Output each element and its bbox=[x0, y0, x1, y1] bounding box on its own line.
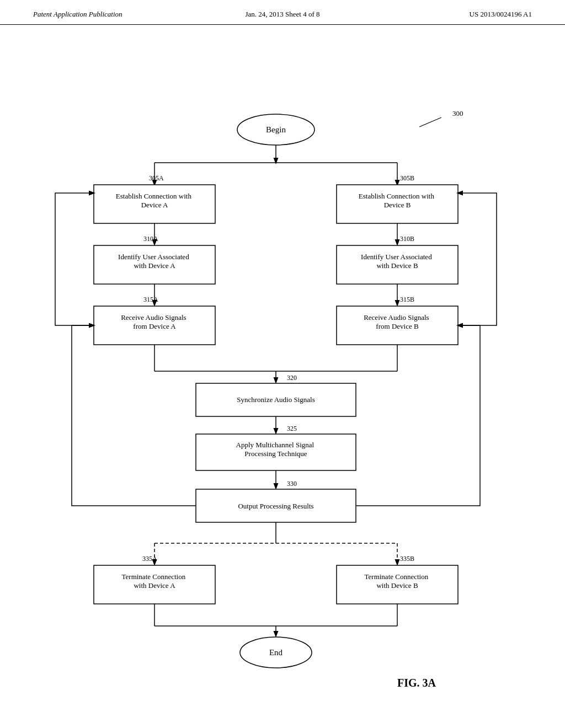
header-left: Patent Application Publication bbox=[33, 10, 199, 19]
ref-300: 300 bbox=[452, 109, 463, 117]
diagram-area: 300 Begin 305A 305B Establish Connection… bbox=[0, 25, 565, 703]
ref-325: 325 bbox=[287, 425, 297, 432]
label-330: Output Processing Results bbox=[238, 502, 313, 510]
label-320: Synchronize Audio Signals bbox=[237, 395, 315, 404]
loop-left-330 bbox=[72, 325, 196, 506]
ref-335a: 335A bbox=[142, 555, 157, 563]
flowchart-svg: 300 Begin 305A 305B Establish Connection… bbox=[0, 25, 565, 703]
ref-320: 320 bbox=[287, 374, 297, 382]
ref-330: 330 bbox=[287, 480, 297, 488]
page-header: Patent Application Publication Jan. 24, … bbox=[0, 0, 565, 25]
loop-left-315a bbox=[55, 193, 94, 325]
ref-335b: 335B bbox=[400, 555, 414, 563]
ref-305a: 305A bbox=[149, 174, 164, 182]
ref-305b: 305B bbox=[400, 174, 414, 182]
ref-315b: 315B bbox=[400, 296, 414, 303]
header-center: Jan. 24, 2013 Sheet 4 of 8 bbox=[199, 10, 365, 19]
begin-label: Begin bbox=[266, 125, 286, 134]
end-label: End bbox=[269, 648, 283, 657]
label-325: Apply Multichannel Signal Processing Tec… bbox=[236, 441, 316, 458]
ref-310b: 310B bbox=[400, 235, 414, 243]
ref-310a: 310A bbox=[143, 235, 158, 243]
svg-line-0 bbox=[419, 117, 441, 127]
ref-315a: 315A bbox=[143, 296, 158, 303]
header-right: US 2013/0024196 A1 bbox=[366, 10, 532, 19]
loop-right-315b bbox=[458, 193, 497, 325]
loop-right-330 bbox=[356, 325, 480, 506]
fig-label: FIG. 3A bbox=[397, 677, 436, 689]
